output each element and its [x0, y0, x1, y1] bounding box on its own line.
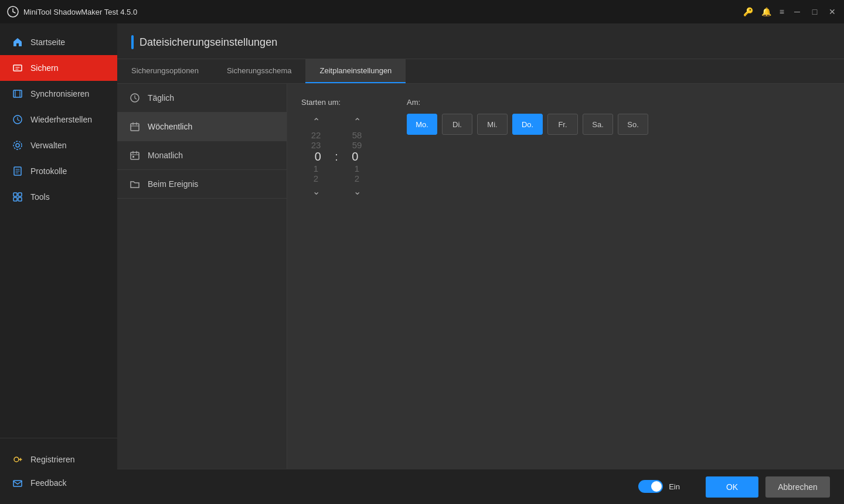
- svg-rect-14: [131, 124, 139, 131]
- close-button[interactable]: ✕: [828, 7, 837, 16]
- sidebar-label-protokolle: Protokolle: [30, 166, 67, 176]
- time-picker: ⌃ ⌃ 22: [301, 114, 372, 200]
- sidebar-item-sichern[interactable]: Sichern: [0, 55, 117, 81]
- sidebar-item-wiederherstellen[interactable]: Wiederherstellen: [0, 107, 117, 132]
- svg-rect-2: [13, 90, 22, 97]
- day-buttons: Mo. Di. Mi. Do. Fr. Sa. So.: [407, 114, 648, 135]
- minute-minus2: 58: [352, 130, 362, 140]
- hour-minus2: 22: [311, 130, 321, 140]
- schedule-list: Täglich Wöchentlich: [117, 84, 287, 469]
- minute-down-button[interactable]: ⌄: [350, 183, 365, 200]
- day-button-sa[interactable]: Sa.: [583, 114, 613, 135]
- day-button-di[interactable]: Di.: [442, 114, 472, 135]
- svg-rect-12: [13, 481, 22, 486]
- svg-point-11: [14, 457, 19, 462]
- time-row-current: 0 : 0: [303, 150, 370, 164]
- home-icon: [12, 36, 23, 48]
- mail-icon: [12, 477, 23, 489]
- minute-plus2: 2: [355, 173, 359, 183]
- bell-icon[interactable]: 🔔: [761, 7, 771, 16]
- toggle-label: Ein: [669, 482, 680, 491]
- schedule-item-taeglich[interactable]: Täglich: [117, 84, 287, 113]
- content-area: Dateisicherungseinstellungen Sicherungso…: [117, 23, 844, 504]
- svg-rect-15: [131, 152, 139, 159]
- maximize-button[interactable]: □: [810, 7, 819, 16]
- sidebar-item-startseite[interactable]: Startseite: [0, 29, 117, 55]
- header-accent: [131, 35, 134, 49]
- sidebar-item-tools[interactable]: Tools: [0, 184, 117, 210]
- minute-current: 0: [352, 150, 358, 164]
- sidebar-label-wiederherstellen: Wiederherstellen: [30, 115, 92, 124]
- day-button-do[interactable]: Do.: [512, 114, 543, 135]
- sidebar-item-protokolle[interactable]: Protokolle: [0, 158, 117, 184]
- tab-sicherungsoptionen[interactable]: Sicherungsoptionen: [117, 59, 213, 83]
- hour-plus2: 2: [314, 173, 318, 183]
- svg-rect-9: [13, 197, 17, 201]
- schedule-item-beim-ereignis[interactable]: Beim Ereignis: [117, 170, 287, 199]
- day-picker-section: Am: Mo. Di. Mi. Do. Fr. Sa. So.: [407, 98, 648, 135]
- time-picker-section: Starten um: ⌃ ⌃: [301, 98, 372, 200]
- am-label: Am:: [407, 98, 648, 107]
- toggle-container: Ein: [638, 480, 680, 493]
- tab-zeitplaneinstellungen[interactable]: Zeitplaneinstellungen: [305, 59, 406, 83]
- app-logo-icon: [7, 6, 19, 18]
- sync-icon: [12, 88, 23, 100]
- svg-rect-1: [13, 65, 22, 71]
- sidebar-label-tools: Tools: [30, 192, 50, 202]
- time-separator: :: [335, 150, 338, 164]
- hour-plus1: 1: [314, 164, 318, 173]
- svg-rect-16: [132, 156, 134, 158]
- hour-minus1: 23: [311, 140, 321, 150]
- settings-body: Täglich Wöchentlich: [117, 84, 844, 469]
- enable-toggle[interactable]: [638, 480, 663, 493]
- folder-icon: [129, 178, 141, 190]
- schedule-label-monatlich: Monatlich: [148, 151, 183, 160]
- sidebar-nav: Startseite Sichern Syn: [0, 23, 117, 438]
- title-bar: MiniTool ShadowMaker Test 4.5.0 🔑 🔔 ≡ ─ …: [0, 0, 844, 23]
- svg-rect-7: [13, 193, 17, 196]
- day-button-fr[interactable]: Fr.: [547, 114, 578, 135]
- minute-up-col: ⌃: [342, 114, 372, 130]
- calendar-week-icon: [129, 121, 141, 132]
- time-row-plus2: 2 2: [301, 173, 372, 183]
- footer: Ein OK Abbrechen: [117, 469, 844, 504]
- day-button-so[interactable]: So.: [618, 114, 648, 135]
- sidebar-item-verwalten[interactable]: Verwalten: [0, 132, 117, 158]
- time-picker-down-row: ⌄ ⌄: [301, 183, 372, 200]
- sidebar-bottom: Registrieren Feedback: [0, 438, 117, 504]
- minute-up-button[interactable]: ⌃: [350, 114, 365, 130]
- hour-up-button[interactable]: ⌃: [309, 114, 324, 130]
- schedule-item-woechentlich[interactable]: Wöchentlich: [117, 113, 287, 141]
- schedule-item-monatlich[interactable]: Monatlich: [117, 141, 287, 170]
- minute-plus1: 1: [355, 164, 359, 173]
- hour-down-button[interactable]: ⌄: [309, 183, 324, 200]
- sidebar-item-registrieren[interactable]: Registrieren: [0, 448, 117, 471]
- sidebar-label-sichern: Sichern: [30, 63, 58, 73]
- minimize-button[interactable]: ─: [792, 7, 802, 16]
- backup-icon: [12, 62, 23, 74]
- schedule-label-taeglich: Täglich: [148, 93, 174, 103]
- tab-sicherungsschema[interactable]: Sicherungsschema: [213, 59, 306, 83]
- pin-icon[interactable]: 🔑: [743, 7, 753, 16]
- ok-button[interactable]: OK: [706, 476, 758, 498]
- clock-icon: [129, 92, 141, 104]
- time-row-minus1: 23 59: [301, 140, 372, 150]
- time-section: Starten um: ⌃ ⌃: [301, 98, 830, 200]
- tools-icon: [12, 191, 23, 203]
- schedule-label-woechentlich: Wöchentlich: [148, 122, 192, 131]
- day-button-mo[interactable]: Mo.: [407, 114, 437, 135]
- tab-bar: Sicherungsoptionen Sicherungsschema Zeit…: [117, 59, 844, 84]
- sidebar-label-startseite: Startseite: [30, 38, 65, 47]
- key-icon: [12, 454, 23, 465]
- sidebar-item-feedback[interactable]: Feedback: [0, 471, 117, 495]
- day-button-mi[interactable]: Mi.: [477, 114, 508, 135]
- title-bar-controls: 🔑 🔔 ≡ ─ □ ✕: [743, 7, 837, 16]
- menu-icon[interactable]: ≡: [780, 7, 784, 16]
- svg-rect-8: [18, 193, 22, 196]
- hour-up-col: ⌃: [301, 114, 331, 130]
- sidebar-item-synchronisieren[interactable]: Synchronisieren: [0, 81, 117, 107]
- sidebar-label-registrieren: Registrieren: [30, 455, 74, 464]
- minute-minus1: 59: [352, 140, 362, 150]
- logs-icon: [12, 165, 23, 177]
- cancel-button[interactable]: Abbrechen: [765, 476, 830, 498]
